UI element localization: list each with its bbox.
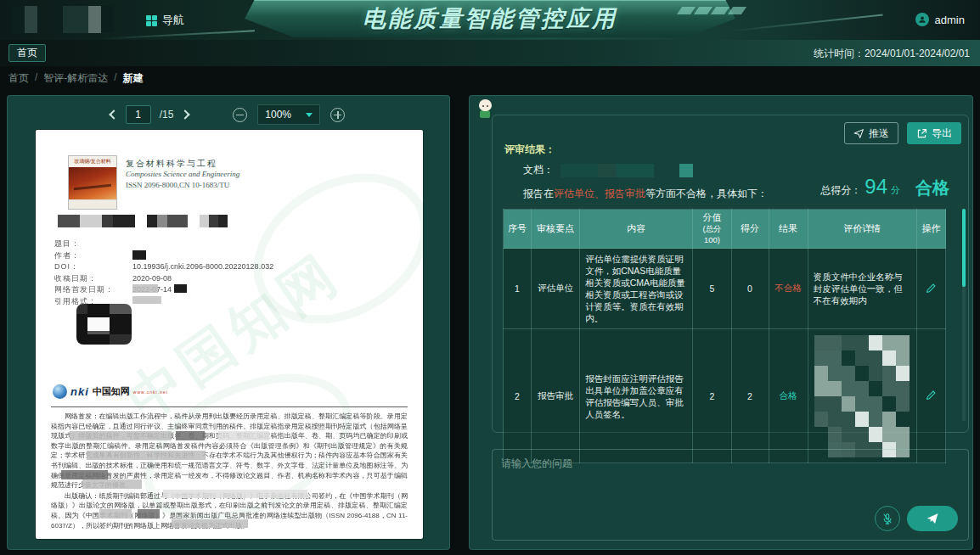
redacted-doc-tail bbox=[679, 164, 693, 177]
doc-label: 文档： bbox=[523, 163, 554, 177]
user-avatar-icon bbox=[915, 13, 929, 26]
table-header-row: 序号 审核要点 内容 分值(总分100) 得分 结果 评价详情 操作 bbox=[504, 210, 946, 249]
result-pass: 合格 bbox=[769, 329, 808, 463]
microphone-button[interactable] bbox=[875, 506, 900, 531]
app-title: 电能质量智能管控应用 bbox=[363, 3, 617, 34]
table-row: 2 报告审批 报告封面应注明评估报告出具单位并加盖公章应有评估报告编写人员、审批… bbox=[504, 329, 946, 463]
push-button[interactable]: 推送 bbox=[844, 122, 898, 144]
header-line-right bbox=[730, 14, 882, 32]
redaction-patch bbox=[70, 431, 172, 440]
nav-menu-button[interactable]: 导航 bbox=[146, 13, 184, 28]
redacted-doc-name bbox=[560, 164, 673, 177]
breadcrumb-home[interactable]: 首页 bbox=[8, 71, 29, 86]
score-value: 94 bbox=[865, 175, 887, 199]
score-result: 合格 bbox=[915, 177, 949, 199]
redacted-title-bar bbox=[147, 215, 188, 227]
edit-icon[interactable] bbox=[926, 283, 937, 295]
tab-home[interactable]: 首页 bbox=[8, 44, 46, 62]
redaction-patch bbox=[99, 509, 132, 519]
prev-page-icon[interactable] bbox=[109, 109, 118, 119]
result-fail: 不合格 bbox=[769, 249, 808, 329]
redaction-patch bbox=[172, 519, 248, 528]
redacted-citation bbox=[132, 296, 161, 304]
cnki-globe-icon bbox=[53, 384, 67, 399]
redaction-patch bbox=[61, 470, 108, 479]
grid-icon bbox=[146, 15, 157, 26]
redacted-date bbox=[174, 284, 187, 293]
chat-input-box bbox=[492, 449, 969, 541]
export-button[interactable]: 导出 bbox=[907, 122, 961, 144]
divider bbox=[51, 406, 408, 407]
zoom-out-icon[interactable] bbox=[233, 108, 247, 122]
summary-fail-points: 评估单位、报告审批 bbox=[554, 188, 645, 199]
redacted-title-bar bbox=[58, 215, 135, 227]
header-decoration-right bbox=[679, 7, 744, 14]
pdf-document-page: 中国知网 玻璃钢/复合材料 复合材料科学与工程 Composites Scien… bbox=[36, 130, 423, 539]
pdf-toolbar: /15 100% bbox=[8, 104, 449, 126]
breadcrumb-current: 新建 bbox=[123, 71, 144, 86]
table-row: 1 评估单位 评估单位需提供资质证明文件，如CNAS电能质量相关资质或CMA电能… bbox=[504, 249, 946, 329]
journal-title-cn: 复合材料科学与工程 bbox=[126, 158, 239, 169]
redaction-patch bbox=[138, 509, 160, 519]
review-result-card: 推送 导出 评审结果： 文档： 报告在评估单位、报告审批等方面不合格，具体如下：… bbox=[492, 115, 969, 433]
journal-cover-image: 玻璃钢/复合材料 bbox=[68, 155, 117, 210]
next-page-icon[interactable] bbox=[181, 109, 190, 119]
pdf-viewer-panel: /15 100% 中国知网 玻璃钢/复合材料 复合材料科学与工程 Composi… bbox=[7, 95, 450, 550]
edit-icon[interactable] bbox=[926, 390, 937, 402]
redaction-patch bbox=[163, 490, 307, 498]
review-panel: 推送 导出 评审结果： 文档： 报告在评估单位、报告审批等方面不合格，具体如下：… bbox=[469, 95, 973, 550]
review-summary: 报告在评估单位、报告审批等方面不合格，具体如下： bbox=[523, 187, 768, 201]
export-icon bbox=[916, 128, 927, 139]
review-result-label: 评审结果： bbox=[504, 143, 555, 157]
stat-time: 统计时间：2024/01/01-2024/02/01 bbox=[814, 47, 970, 61]
chevron-down-icon bbox=[306, 113, 313, 117]
journal-issn: ISSN 2096-8000,CN 10-1683/TU bbox=[126, 180, 239, 191]
review-table: 序号 审核要点 内容 分值(总分100) 得分 结果 评价详情 操作 1 评估单… bbox=[503, 209, 946, 463]
redacted-author bbox=[132, 250, 146, 260]
assistant-avatar bbox=[476, 99, 493, 121]
user-menu[interactable]: admin bbox=[915, 13, 965, 26]
document-meta: 题目： 作者： DOI：10.19936/j.cnki.2096-8000.20… bbox=[54, 238, 273, 307]
scrollbar-thumb[interactable] bbox=[962, 209, 966, 287]
title-banner: 电能质量智能管控应用 bbox=[245, 0, 735, 37]
send-icon bbox=[853, 128, 865, 139]
redaction-patch bbox=[87, 451, 206, 460]
redaction-patch bbox=[176, 431, 205, 440]
redaction-patch bbox=[218, 431, 269, 440]
redacted-title-bar bbox=[200, 215, 228, 227]
table-scrollbar[interactable] bbox=[962, 209, 966, 421]
journal-titles: 复合材料科学与工程 Composites Science and Enginee… bbox=[126, 158, 239, 191]
redacted-evidence-image bbox=[814, 335, 910, 457]
page-total: /15 bbox=[160, 109, 174, 121]
nav-label: 导航 bbox=[162, 13, 184, 28]
breadcrumb: 首页 / 智评-解析雷达 / 新建 bbox=[8, 71, 144, 86]
cnki-logo: nki 中国知网 www.cnki.net bbox=[53, 384, 168, 399]
question-input[interactable] bbox=[501, 457, 960, 504]
send-button[interactable] bbox=[907, 506, 958, 531]
breadcrumb-module[interactable]: 智评-解析雷达 bbox=[43, 71, 108, 86]
total-score: 总得分： 94 分 合格 bbox=[820, 175, 949, 199]
zoom-in-icon[interactable] bbox=[330, 108, 345, 122]
paper-plane-icon bbox=[926, 512, 939, 525]
header-line-left bbox=[102, 30, 255, 39]
mic-off-icon bbox=[881, 513, 893, 524]
zoom-level-select[interactable]: 100% bbox=[257, 104, 320, 125]
redaction-patch bbox=[82, 479, 142, 489]
top-header: 导航 电能质量智能管控应用 admin bbox=[0, 0, 980, 40]
username: admin bbox=[935, 14, 965, 26]
document-row: 文档： bbox=[523, 163, 693, 177]
journal-title-en: Composites Science and Engineering bbox=[126, 169, 239, 180]
redaction-patch bbox=[132, 284, 158, 293]
sub-bar: 首页 统计时间：2024/01/01-2024/02/01 bbox=[0, 40, 980, 66]
app-logo bbox=[12, 6, 114, 33]
qr-center bbox=[87, 317, 110, 331]
page-number-input[interactable] bbox=[126, 105, 151, 124]
